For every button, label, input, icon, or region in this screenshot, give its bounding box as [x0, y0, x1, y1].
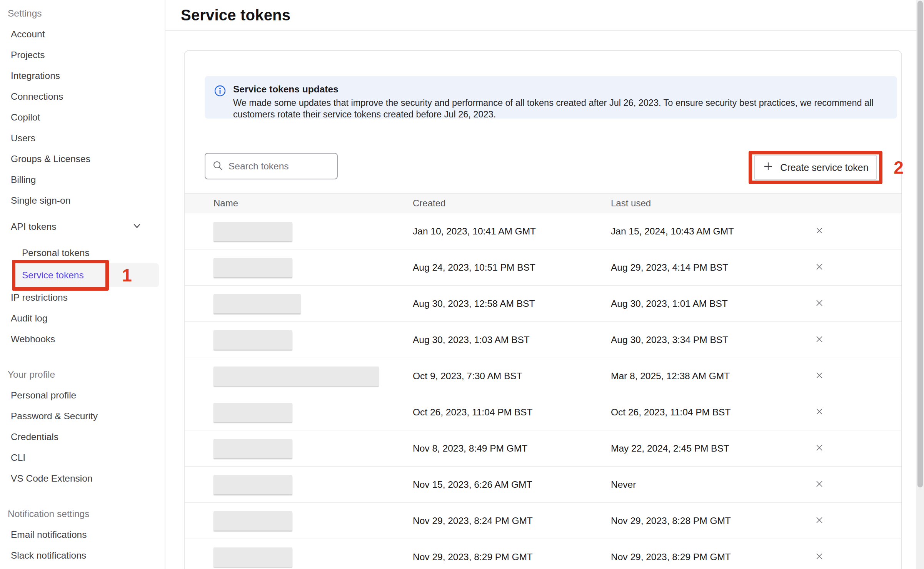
token-name-redacted — [213, 475, 292, 494]
table-row: Nov 15, 2023, 6:26 AM GMT Never — [185, 467, 901, 503]
info-banner-title: Service tokens updates — [233, 84, 883, 95]
token-name-redacted — [213, 258, 292, 277]
token-name-redacted — [213, 330, 292, 350]
close-icon — [814, 261, 825, 274]
column-header-name: Name — [213, 198, 413, 209]
table-row: Nov 29, 2023, 8:24 PM GMT Nov 29, 2023, … — [185, 503, 901, 539]
created-cell: Oct 9, 2023, 7:30 AM BST — [413, 371, 611, 382]
sidebar-item-slack-notifications[interactable]: Slack notifications — [0, 545, 165, 566]
sidebar-item-users[interactable]: Users — [0, 128, 165, 149]
sidebar-item-account[interactable]: Account — [0, 24, 165, 45]
sidebar-item-webhooks[interactable]: Webhooks — [0, 329, 165, 350]
close-icon — [814, 551, 825, 563]
sidebar-item-groups-licenses[interactable]: Groups & Licenses — [0, 149, 165, 169]
delete-token-button[interactable] — [810, 475, 829, 494]
sidebar-item-audit-log[interactable]: Audit log — [0, 308, 165, 329]
page-title: Service tokens — [181, 7, 290, 24]
last-used-cell: Nov 29, 2023, 8:29 PM GMT — [611, 552, 810, 562]
service-tokens-card: Service tokens updates We made some upda… — [184, 50, 902, 569]
info-banner: Service tokens updates We made some upda… — [205, 76, 897, 119]
sidebar-item-service-tokens-wrap: Service tokens 1 — [15, 263, 159, 287]
table-row: Nov 8, 2023, 8:49 PM GMT May 22, 2024, 2… — [185, 430, 901, 467]
table-row: Oct 26, 2023, 11:04 PM BST Oct 26, 2023,… — [185, 394, 901, 430]
service-tokens-page: Settings Account Projects Integrations C… — [0, 0, 924, 569]
sidebar-item-copilot[interactable]: Copilot — [0, 107, 165, 128]
table-row: Aug 30, 2023, 12:58 AM BST Aug 30, 2023,… — [185, 286, 901, 322]
token-name-redacted — [213, 511, 292, 531]
created-cell: Aug 30, 2023, 1:03 AM BST — [413, 335, 611, 345]
create-service-token-button[interactable]: Create service token — [754, 155, 877, 180]
created-cell: Nov 29, 2023, 8:29 PM GMT — [413, 552, 611, 562]
delete-token-button[interactable] — [810, 512, 829, 530]
close-icon — [814, 225, 825, 238]
column-header-last-used: Last used — [611, 198, 810, 209]
created-cell: Oct 26, 2023, 11:04 PM BST — [413, 407, 611, 418]
vertical-scrollbar-track[interactable] — [916, 0, 924, 569]
token-name-redacted — [213, 547, 292, 567]
annotation-step-number-2: 2 — [887, 151, 910, 184]
token-name-redacted — [213, 439, 292, 458]
api-tokens-label: API tokens — [11, 221, 56, 232]
last-used-cell: Aug 30, 2023, 1:01 AM BST — [611, 298, 810, 309]
delete-token-button[interactable] — [810, 258, 829, 277]
create-service-token-label: Create service token — [780, 162, 868, 173]
main-content: Service tokens Service tokens updates We… — [165, 0, 924, 569]
sidebar-item-credentials[interactable]: Credentials — [0, 427, 165, 447]
info-banner-body: We made some updates that improve the se… — [233, 97, 883, 120]
delete-token-button[interactable] — [810, 331, 829, 349]
search-tokens-input[interactable] — [228, 161, 350, 172]
sidebar-item-personal-tokens[interactable]: Personal tokens — [0, 243, 165, 263]
delete-token-button[interactable] — [810, 367, 829, 385]
annotation-box-2: Create service token — [749, 151, 882, 184]
sidebar-item-email-notifications[interactable]: Email notifications — [0, 524, 165, 545]
sidebar-item-single-sign-on[interactable]: Single sign-on — [0, 190, 165, 211]
info-banner-text: Service tokens updates We made some upda… — [233, 84, 883, 119]
table-header-row: Name Created Last used — [185, 193, 901, 213]
last-used-cell: Jan 15, 2024, 10:43 AM GMT — [611, 226, 810, 237]
page-header: Service tokens — [165, 0, 924, 31]
sidebar-item-integrations[interactable]: Integrations — [0, 65, 165, 86]
created-cell: Jan 10, 2023, 10:41 AM GMT — [413, 226, 611, 237]
sidebar-item-vscode-extension[interactable]: VS Code Extension — [0, 468, 165, 489]
table-row: Aug 24, 2023, 10:51 PM BST Aug 29, 2023,… — [185, 249, 901, 286]
vertical-scrollbar-thumb[interactable] — [917, 1, 923, 487]
sidebar-item-ip-restrictions[interactable]: IP restrictions — [0, 287, 165, 308]
last-used-cell: May 22, 2024, 2:45 PM BST — [611, 443, 810, 454]
sidebar-section-settings: Settings — [0, 3, 165, 24]
sidebar-item-api-tokens[interactable]: API tokens — [0, 216, 165, 237]
token-name-redacted — [213, 403, 292, 422]
table-row: Oct 9, 2023, 7:30 AM BST Mar 8, 2025, 12… — [185, 358, 901, 394]
token-name-redacted — [213, 367, 379, 386]
delete-token-button[interactable] — [810, 403, 829, 422]
sidebar-item-connections[interactable]: Connections — [0, 86, 165, 107]
token-name-redacted — [213, 222, 292, 241]
last-used-cell: Oct 26, 2023, 11:04 PM BST — [611, 407, 810, 418]
close-icon — [814, 406, 825, 418]
sidebar-section-notification-settings: Notification settings — [0, 504, 165, 524]
plus-icon — [762, 161, 774, 174]
created-cell: Nov 8, 2023, 8:49 PM GMT — [413, 443, 611, 454]
close-icon — [814, 333, 825, 346]
info-icon — [214, 84, 226, 119]
sidebar-item-password-security[interactable]: Password & Security — [0, 406, 165, 427]
sidebar-item-cli[interactable]: CLI — [0, 447, 165, 468]
last-used-cell: Nov 29, 2023, 8:28 PM GMT — [611, 515, 810, 526]
service-tokens-table: Name Created Last used Jan 10, 2023, 10:… — [185, 193, 901, 569]
search-tokens-box — [205, 153, 338, 179]
delete-token-button[interactable] — [810, 222, 829, 241]
search-icon — [212, 160, 223, 172]
annotation-step-number-1: 1 — [112, 263, 142, 287]
close-icon — [814, 442, 825, 455]
chevron-down-icon — [132, 220, 142, 233]
created-cell: Nov 15, 2023, 6:26 AM GMT — [413, 479, 611, 490]
sidebar-item-projects[interactable]: Projects — [0, 45, 165, 65]
delete-token-button[interactable] — [810, 548, 829, 566]
sidebar-item-billing[interactable]: Billing — [0, 169, 165, 190]
table-row: Jan 10, 2023, 10:41 AM GMT Jan 15, 2024,… — [185, 213, 901, 249]
created-cell: Aug 24, 2023, 10:51 PM BST — [413, 262, 611, 273]
sidebar-item-personal-profile[interactable]: Personal profile — [0, 385, 165, 406]
delete-token-button[interactable] — [810, 295, 829, 313]
delete-token-button[interactable] — [810, 439, 829, 458]
created-cell: Aug 30, 2023, 12:58 AM BST — [413, 298, 611, 309]
token-name-redacted — [213, 294, 301, 313]
